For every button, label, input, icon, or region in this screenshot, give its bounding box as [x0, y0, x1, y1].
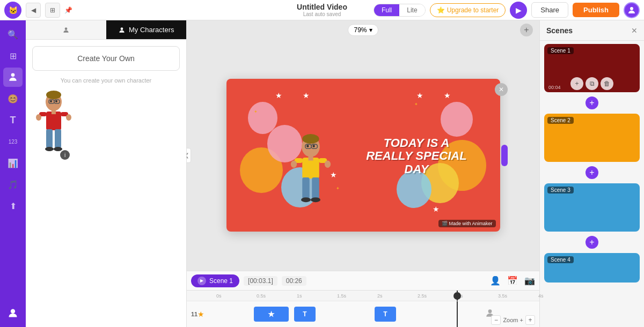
svg-point-8 [55, 100, 57, 102]
zoom-label: Zoom + [503, 317, 523, 323]
collapse-panel-button[interactable]: ❮ [187, 148, 191, 163]
create-own-button[interactable]: Create Your Own [32, 46, 180, 71]
logo-icon: 🐱 [9, 6, 18, 14]
scene-4-label: Scene 4 [547, 256, 574, 263]
timeline: ▶ Scene 1 [00:03.1] 00:26 👤 📅 📷 0s 0.5s … [187, 271, 539, 327]
add-scene-after-2[interactable]: + [586, 166, 598, 179]
zoom-value: 79% [354, 26, 367, 34]
grid-toolbar-icon[interactable]: ⊞ [3, 46, 23, 65]
main-layout: 🔍 ⊞ 😊 T 123 📊 🎵 ⬆ My Characters Create Y… [0, 20, 644, 327]
character-svg [32, 90, 75, 160]
text-toolbar-icon[interactable]: T [3, 110, 23, 130]
current-time: [00:03.1] [244, 276, 277, 286]
cursor-head [453, 292, 461, 300]
add-element-button[interactable]: + [520, 24, 533, 36]
tab-user[interactable] [26, 20, 106, 39]
svg-rect-29 [308, 156, 313, 161]
svg-point-32 [291, 161, 297, 168]
canvas-character [287, 102, 335, 232]
search-toolbar-icon[interactable]: 🔍 [3, 25, 23, 44]
canvas-frame[interactable]: ★ ★ ★ ★ ★ ★ ✦ ✦ ✦ [226, 79, 500, 232]
chart-toolbar-icon[interactable]: 📊 [3, 153, 23, 173]
share-button[interactable]: Share [531, 2, 568, 18]
logo[interactable]: 🐱 [4, 2, 21, 19]
counter-toolbar-icon[interactable]: 123 [3, 132, 23, 151]
scene-3-label: Scene 3 [547, 187, 574, 194]
character-panel: My Characters Create Your Own You can cr… [26, 20, 187, 327]
scene-card-1[interactable]: Scene 1 00:04 + ⧉ 🗑 [544, 44, 640, 92]
scenes-close-button[interactable]: ✕ [631, 26, 638, 35]
camera-timeline-icon[interactable]: 📷 [524, 276, 535, 286]
character-timeline-icon[interactable]: 👤 [490, 276, 501, 286]
scene-4-preview: Scene 4 [544, 253, 640, 283]
ruler-2s: 2s [377, 293, 383, 299]
total-duration: 00:26 [282, 276, 306, 286]
title-area: Untitled Video Last auto saved [297, 3, 347, 17]
ruler-1s: 1s [297, 293, 302, 299]
zoom-minus-button[interactable]: − [491, 315, 501, 325]
svg-point-36 [301, 197, 311, 202]
resize-handle[interactable] [501, 145, 508, 166]
character-item[interactable]: i [26, 84, 186, 166]
zoom-plus-button[interactable]: + [525, 315, 535, 325]
svg-point-33 [325, 161, 331, 168]
character-figure: i [32, 90, 75, 160]
scene-2-label: Scene 2 [547, 117, 574, 124]
add-scene-after-1[interactable]: + [586, 96, 598, 109]
svg-point-25 [312, 145, 315, 147]
character-toolbar-icon[interactable] [3, 68, 23, 87]
music-toolbar-icon[interactable]: 🎵 [3, 175, 23, 194]
character-info-icon[interactable]: i [60, 150, 70, 160]
tab-my-characters[interactable]: My Characters [106, 20, 187, 39]
add-scene-after-3[interactable]: + [586, 236, 598, 249]
view-toggle: Full Lite [374, 4, 426, 17]
scene-3-preview: Scene 3 [544, 183, 640, 232]
face-toolbar-icon[interactable]: 😊 [3, 89, 23, 108]
home-button[interactable]: ⊞ [45, 3, 60, 18]
full-toggle[interactable]: Full [374, 4, 399, 16]
ruler-0s: 0s [216, 293, 222, 299]
scene-card-2[interactable]: Scene 2 [544, 114, 640, 162]
canvas-area: 79% ▾ + ❮ [187, 20, 539, 271]
scene-card-4[interactable]: Scene 4 [544, 253, 640, 283]
preview-button[interactable]: ▶ [510, 2, 527, 19]
calendar-timeline-icon[interactable]: 📅 [507, 276, 518, 286]
ruler-05s: 0.5s [257, 293, 266, 299]
user-avatar[interactable] [624, 2, 640, 18]
scene-copy-action[interactable]: ⧉ [586, 77, 598, 90]
canvas-toolbar: 79% ▾ + [187, 20, 539, 40]
scene-name: Scene 1 [209, 277, 233, 285]
timeline-action-icons: 👤 📅 📷 [490, 276, 535, 286]
svg-point-20 [45, 147, 54, 151]
watermark: 🎬 Made with Animaker [438, 220, 496, 227]
track-item-text1[interactable]: T [294, 307, 316, 322]
video-title[interactable]: Untitled Video [297, 3, 347, 11]
ruler-35s: 3.5s [498, 293, 507, 299]
scene-play-icon[interactable]: ▶ [197, 277, 206, 285]
track-number: 11 [191, 311, 197, 317]
publish-button[interactable]: Publish [573, 3, 619, 17]
svg-point-0 [630, 7, 633, 10]
scene-selector[interactable]: ▶ Scene 1 [191, 274, 239, 287]
upload-toolbar-icon[interactable]: ⬆ [3, 196, 23, 215]
watermark-logo: 🎬 [442, 221, 449, 226]
back-button[interactable]: ◀ [26, 3, 41, 18]
star-icon: ⭐ [437, 6, 445, 14]
svg-rect-18 [46, 129, 53, 148]
track-item-text2[interactable]: T [375, 307, 396, 322]
canvas-wrapper: ❮ ★ ★ ★ [187, 40, 539, 271]
track-item-star[interactable]: ★ [254, 307, 289, 322]
user-toolbar-icon[interactable] [3, 303, 23, 323]
upgrade-button[interactable]: ⭐ Upgrade to starter [430, 3, 506, 17]
scene-card-3[interactable]: Scene 3 [544, 183, 640, 232]
delete-scene-button[interactable]: ✕ [495, 83, 508, 96]
zoom-control[interactable]: 79% ▾ [348, 24, 378, 36]
topbar: 🐱 ◀ ⊞ Untitled Video Last auto saved 📌 F… [0, 0, 644, 20]
scene-add-action[interactable]: + [570, 77, 583, 90]
scenes-panel: Scenes ✕ Scene 1 00:04 + ⧉ 🗑 + Scene 2 + [539, 20, 644, 327]
svg-rect-12 [46, 112, 61, 130]
panel-tabs: My Characters [26, 20, 186, 40]
scene-1-label: Scene 1 [547, 47, 574, 54]
scene-delete-action[interactable]: 🗑 [601, 77, 613, 90]
lite-toggle[interactable]: Lite [399, 4, 425, 16]
